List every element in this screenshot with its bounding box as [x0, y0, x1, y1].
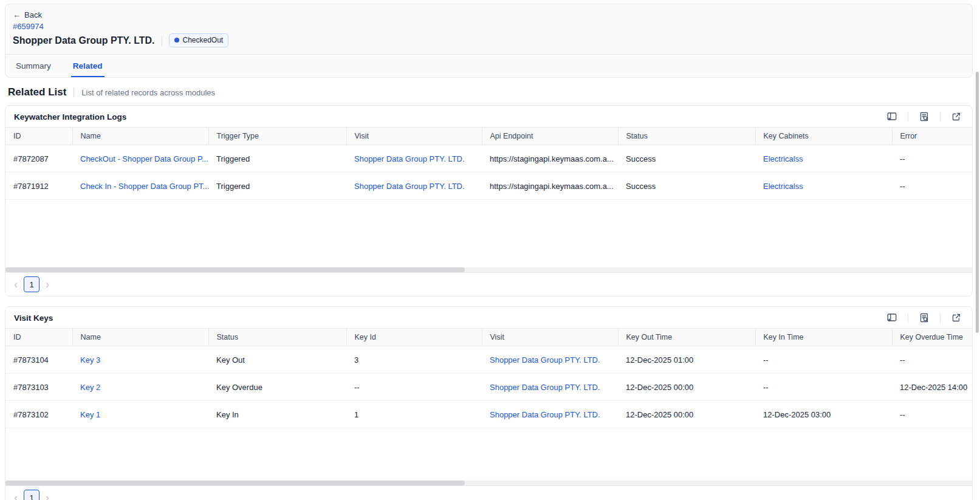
- column-header: Key Id: [346, 329, 482, 346]
- record-link[interactable]: CheckOut - Shopper Data Group P...: [80, 154, 208, 163]
- tab-related[interactable]: Related: [71, 55, 105, 77]
- table-cell: Shopper Data Group PTY. LTD.: [346, 145, 482, 173]
- table-cell: Key Overdue: [208, 374, 346, 401]
- prev-page-button[interactable]: ‹: [13, 279, 19, 290]
- heading-divider: [74, 87, 74, 97]
- table-cell: Triggered: [208, 145, 346, 173]
- table-cell: Electricalss: [755, 173, 892, 200]
- pagination: ‹ 1 ›: [5, 485, 972, 500]
- vertical-scrollbar[interactable]: [976, 72, 979, 333]
- record-header-top: ← Back #659974 Shopper Data Group PTY. L…: [5, 4, 972, 54]
- table-cell: --: [346, 374, 482, 401]
- table-cell: 12-Dec-2025 01:00: [618, 346, 755, 374]
- table-cell: https://stagingapi.keymaas.com.a...: [482, 145, 618, 173]
- next-page-button[interactable]: ›: [44, 279, 50, 290]
- table-zone: IDNameStatusKey IdVisitKey Out TimeKey I…: [5, 328, 972, 481]
- external-link-icon: [951, 111, 962, 122]
- add-column-button[interactable]: [876, 312, 908, 323]
- table-cell: Shopper Data Group PTY. LTD.: [482, 346, 618, 374]
- table-cell: 12-Dec-2025 03:00: [755, 401, 892, 428]
- record-link[interactable]: Shopper Data Group PTY. LTD.: [490, 355, 600, 365]
- table-cell: 12-Dec-2025 00:00: [618, 374, 755, 401]
- record-link[interactable]: Shopper Data Group PTY. LTD.: [354, 182, 465, 191]
- pagination: ‹ 1 ›: [5, 272, 972, 296]
- table-cell: --: [755, 346, 892, 374]
- table-cell: CheckOut - Shopper Data Group P...: [72, 145, 208, 173]
- table-cell: #7873104: [5, 346, 72, 374]
- card-actions: [876, 312, 964, 323]
- table-row: #7873102Key 1Key In1Shopper Data Group P…: [5, 401, 972, 428]
- view-records-button[interactable]: [908, 111, 940, 122]
- column-header: Status: [208, 329, 346, 346]
- horizontal-scrollbar-thumb[interactable]: [5, 267, 465, 272]
- column-header: Key Cabinets: [755, 128, 892, 145]
- table-cell: 3: [346, 346, 482, 374]
- table-row: #7873103Key 2Key Overdue--Shopper Data G…: [5, 374, 972, 401]
- table-row: #7871912Check In - Shopper Data Group PT…: [5, 173, 972, 200]
- table-cell: Success: [618, 145, 755, 173]
- table-cell: Shopper Data Group PTY. LTD.: [482, 374, 618, 401]
- prev-page-button[interactable]: ‹: [13, 492, 19, 500]
- status-badge: CheckedOut: [169, 33, 229, 47]
- tab-summary[interactable]: Summary: [14, 55, 53, 77]
- document-search-icon: [919, 111, 930, 122]
- table-cell: --: [755, 374, 892, 401]
- table-cell: #7871912: [5, 173, 72, 200]
- table-cell: Shopper Data Group PTY. LTD.: [346, 173, 482, 200]
- keywatcher-logs-table: IDNameTrigger TypeVisitApi EndpointStatu…: [5, 127, 972, 200]
- status-badge-label: CheckedOut: [183, 36, 224, 44]
- record-id: #659974: [13, 22, 965, 31]
- title-divider: [162, 35, 162, 46]
- table-cell: Key 1: [72, 401, 208, 428]
- tab-bar: Summary Related: [5, 54, 972, 77]
- table-cell: 1: [346, 401, 482, 428]
- view-records-button[interactable]: [908, 312, 940, 323]
- back-button[interactable]: ← Back: [13, 10, 42, 19]
- table-cell: Success: [618, 173, 755, 200]
- add-column-button[interactable]: [876, 111, 908, 122]
- record-link[interactable]: Shopper Data Group PTY. LTD.: [354, 154, 465, 163]
- table-cell: 12-Dec-2025 00:00: [618, 401, 755, 428]
- next-page-button[interactable]: ›: [44, 492, 50, 500]
- record-link[interactable]: Shopper Data Group PTY. LTD.: [490, 383, 600, 392]
- table-add-column-icon: [886, 312, 897, 323]
- table-zone: IDNameTrigger TypeVisitApi EndpointStatu…: [5, 127, 972, 267]
- status-dot-icon: [174, 38, 179, 43]
- page-number-button[interactable]: 1: [24, 490, 39, 500]
- record-link[interactable]: Check In - Shopper Data Group PT...: [80, 182, 209, 191]
- back-arrow-icon: ←: [13, 10, 21, 19]
- record-link[interactable]: Key 1: [80, 410, 100, 419]
- external-link-icon: [951, 312, 962, 323]
- column-header: Name: [72, 128, 208, 145]
- record-link[interactable]: Key 2: [80, 383, 100, 392]
- table-cell: Key 3: [72, 346, 208, 374]
- table-cell: #7872087: [5, 145, 72, 173]
- keywatcher-logs-card: Keywatcher Integration Logs: [5, 105, 973, 296]
- table-cell: Key In: [208, 401, 346, 428]
- table-cell: Shopper Data Group PTY. LTD.: [482, 401, 618, 428]
- column-header: Key Overdue Time: [892, 329, 972, 346]
- table-row: #7873104Key 3Key Out3Shopper Data Group …: [5, 346, 972, 374]
- horizontal-scrollbar-thumb[interactable]: [5, 481, 465, 485]
- table-cell: #7873103: [5, 374, 72, 401]
- column-header: Trigger Type: [208, 128, 346, 145]
- back-label: Back: [24, 10, 42, 19]
- horizontal-scrollbar-track: [5, 481, 972, 485]
- page-subtitle: List of related records across modules: [81, 88, 215, 97]
- open-external-button[interactable]: [941, 111, 964, 122]
- record-link[interactable]: Electricalss: [763, 154, 803, 163]
- column-header: Key Out Time: [618, 329, 755, 346]
- page-title: Related List: [8, 86, 66, 98]
- table-cell: Key 2: [72, 374, 208, 401]
- column-header: Status: [618, 128, 755, 145]
- open-external-button[interactable]: [941, 312, 964, 323]
- page-number-button[interactable]: 1: [24, 276, 39, 292]
- record-title-row: Shopper Data Group PTY. LTD. CheckedOut: [13, 33, 965, 47]
- table-cell: #7873102: [5, 401, 72, 428]
- record-title: Shopper Data Group PTY. LTD.: [13, 35, 155, 46]
- table-cell: Triggered: [208, 173, 346, 200]
- record-link[interactable]: Electricalss: [763, 182, 803, 191]
- record-link[interactable]: Key 3: [80, 355, 100, 365]
- record-link[interactable]: Shopper Data Group PTY. LTD.: [490, 410, 600, 419]
- horizontal-scrollbar-track: [5, 267, 972, 272]
